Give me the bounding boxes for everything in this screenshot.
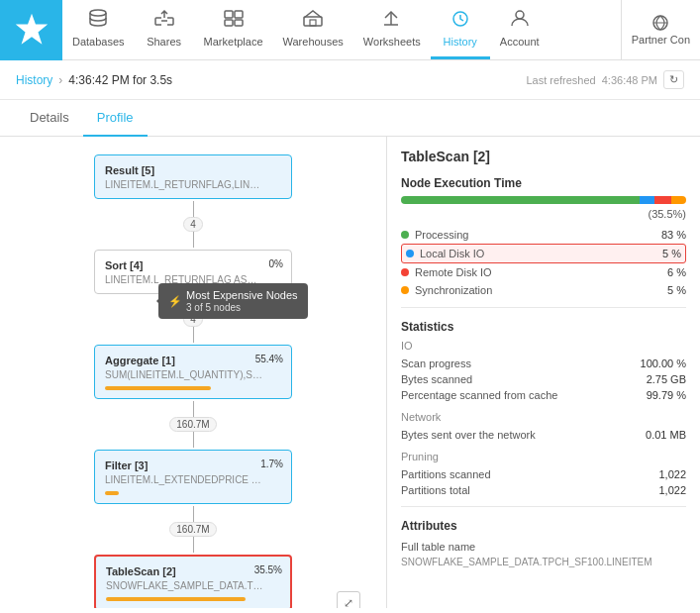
partner-icon [650, 14, 671, 34]
breadcrumb-separator: › [58, 73, 62, 87]
svg-rect-7 [310, 20, 316, 26]
metric-label-processing: Processing [415, 229, 661, 241]
tooltip-text: Most Expensive Nodes 3 of 5 nodes [186, 289, 298, 313]
stat-row-pct-cache: Percentage scanned from cache 99.79 % [401, 387, 686, 403]
breadcrumb-link[interactable]: History [16, 73, 52, 87]
stat-value: 1,022 [658, 484, 686, 496]
nav-item-partner[interactable]: Partner Con [621, 0, 700, 59]
worksheets-icon [381, 9, 403, 32]
exec-bar-sync [671, 196, 686, 204]
nav-label-account: Account [500, 36, 540, 48]
stat-label: Scan progress [401, 358, 471, 369]
shares-icon [153, 9, 175, 32]
svg-rect-4 [225, 20, 233, 26]
metric-label-remote-disk: Remote Disk IO [415, 266, 667, 278]
refresh-time: 4:36:48 PM [602, 74, 657, 86]
node-filter[interactable]: Filter [3] 1.7% LINEITEM.L_EXTENDEDPRICE… [94, 450, 292, 504]
connector-line-4b [193, 537, 194, 553]
exec-bar-remote-disk [654, 196, 671, 204]
stat-value: 0.01 MB [646, 429, 686, 441]
svg-rect-2 [225, 11, 233, 18]
svg-rect-6 [304, 17, 322, 26]
connector-label-1: 4 [183, 217, 203, 232]
statistics-title: Statistics [401, 320, 686, 334]
graph-area: ⚡ Most Expensive Nodes 3 of 5 nodes Resu… [0, 137, 386, 608]
stat-label: Percentage scanned from cache [401, 389, 557, 401]
app-logo[interactable] [0, 0, 62, 60]
top-nav: Databases Shares Marketplace Warehouses … [0, 0, 700, 60]
stat-title-io: IO [401, 340, 686, 352]
stat-value: 100.00 % [641, 358, 686, 369]
metric-remote-disk: Remote Disk IO 6 % [401, 263, 686, 281]
connector-line-4 [193, 506, 194, 522]
metric-processing: Processing 83 % [401, 226, 686, 244]
stat-row-full-table: Full table name [401, 539, 686, 555]
nav-item-warehouses[interactable]: Warehouses [273, 0, 353, 59]
nav-item-databases[interactable]: Databases [62, 0, 135, 59]
panel-title: TableScan [2] [401, 149, 686, 164]
node-tablescan[interactable]: TableScan [2] 35.5% SNOWFLAKE_SAMPLE_DAT… [94, 555, 292, 608]
nav-label-warehouses: Warehouses [283, 36, 344, 48]
divider-1 [401, 307, 686, 308]
node-aggregate[interactable]: Aggregate [1] 55.4% SUM(LINEITEM.L_QUANT… [94, 345, 292, 399]
metric-value-remote-disk: 6 % [667, 266, 686, 278]
stat-title-network: Network [401, 411, 686, 423]
node-result[interactable]: Result [5] LINEITEM.L_RETURNFLAG,LINEIT.… [94, 154, 292, 199]
metric-local-disk: Local Disk IO 5 % [401, 244, 686, 263]
nav-item-account[interactable]: Account [490, 0, 550, 59]
connector-1: 4 [10, 201, 376, 248]
stat-group-io: IO Scan progress 100.00 % Bytes scanned … [401, 340, 686, 403]
stat-label: Bytes scanned [401, 373, 472, 385]
tab-profile[interactable]: Profile [83, 100, 148, 137]
node-tablescan-title: TableScan [2] [106, 565, 176, 577]
connector-line-3 [193, 401, 194, 417]
breadcrumb: History › 4:36:42 PM for 3.5s Last refre… [0, 60, 700, 100]
node-tablescan-pct: 35.5% [254, 564, 282, 575]
metric-synchronization: Synchronization 5 % [401, 281, 686, 299]
svg-point-1 [90, 10, 106, 16]
tabs: Details Profile [0, 100, 700, 137]
connector-4: 160.7M [10, 506, 376, 553]
metric-dot-local-disk [406, 250, 414, 257]
nav-item-history[interactable]: History [431, 0, 490, 59]
metric-dot-processing [401, 231, 409, 239]
connector-line-1b [193, 232, 194, 248]
node-aggregate-bar [105, 386, 211, 390]
stat-title-pruning: Pruning [401, 451, 686, 462]
svg-rect-5 [235, 20, 243, 26]
connector-line-1 [193, 201, 194, 217]
tab-details[interactable]: Details [16, 100, 83, 137]
exec-bar-local-disk [640, 196, 654, 204]
nav-item-shares[interactable]: Shares [135, 0, 194, 59]
tooltip-icon: ⚡ [168, 295, 182, 308]
connector-3: 160.7M [10, 401, 376, 448]
nav-label-databases: Databases [72, 36, 125, 48]
nav-label-history: History [444, 36, 477, 48]
expand-button[interactable]: ⤢ [337, 591, 360, 608]
nav-label-shares: Shares [147, 36, 181, 48]
stat-value: 99.79 % [647, 389, 686, 401]
breadcrumb-right: Last refreshed 4:36:48 PM ↻ [526, 70, 684, 89]
exec-pct: (35.5%) [401, 208, 686, 220]
connector-line-2b [193, 327, 194, 343]
refresh-button[interactable]: ↻ [663, 70, 684, 89]
metric-value-sync: 5 % [667, 284, 686, 296]
nav-item-marketplace[interactable]: Marketplace [194, 0, 273, 59]
nav-label-marketplace: Marketplace [204, 36, 263, 48]
node-sort-pct: 0% [269, 258, 283, 269]
node-result-title: Result [5] [105, 164, 154, 176]
node-filter-title: Filter [3] [105, 460, 148, 471]
stat-row-partitions-scanned: Partitions scanned 1,022 [401, 466, 686, 482]
svg-marker-0 [15, 14, 47, 45]
execution-bar [401, 196, 686, 204]
node-aggregate-pct: 55.4% [255, 354, 283, 364]
history-icon [450, 9, 470, 32]
main-content: ⚡ Most Expensive Nodes 3 of 5 nodes Resu… [0, 137, 700, 608]
nav-items: Databases Shares Marketplace Warehouses … [62, 0, 621, 59]
attributes-title: Attributes [401, 519, 686, 533]
warehouses-icon [302, 9, 324, 32]
stat-group-pruning: Pruning Partitions scanned 1,022 Partiti… [401, 451, 686, 498]
exec-bar-processing [401, 196, 640, 204]
nav-item-worksheets[interactable]: Worksheets [353, 0, 431, 59]
refresh-label: Last refreshed [526, 74, 595, 86]
